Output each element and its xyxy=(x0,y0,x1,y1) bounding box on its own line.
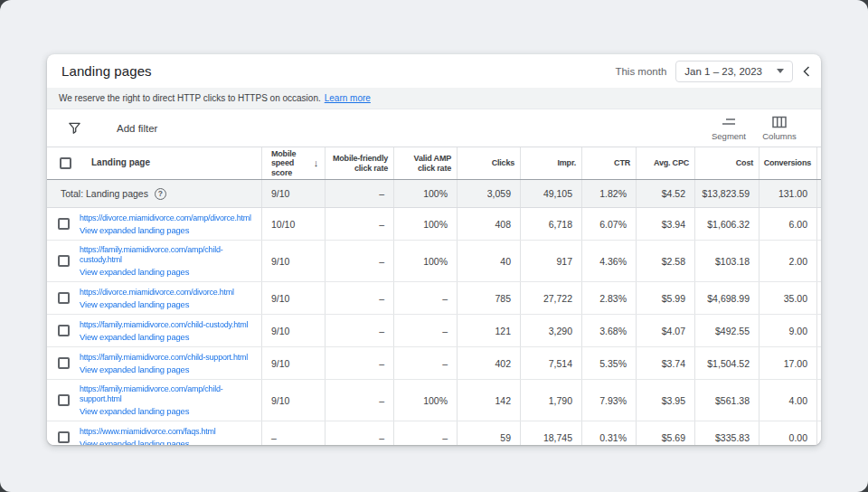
total-avg-cpc: $4.52 xyxy=(637,180,695,207)
cost-cell: $492.55 xyxy=(695,315,760,346)
ctr-cell: 7.93% xyxy=(582,380,637,421)
page-title: Landing pages xyxy=(61,63,152,79)
conversions-cell: 6.00 xyxy=(760,208,817,240)
landing-page-link[interactable]: https://family.miamidivorce.com/child-su… xyxy=(80,353,255,363)
table-row: https://family.miamidivorce.com/child-cu… xyxy=(47,315,821,347)
row-checkbox[interactable] xyxy=(58,431,70,443)
row-checkbox[interactable] xyxy=(58,218,70,230)
header-mobile-speed-score[interactable]: Mobile speed score ↓ xyxy=(262,147,326,179)
add-filter-button[interactable]: Add filter xyxy=(117,123,157,134)
segment-button[interactable]: Segment xyxy=(707,116,750,141)
avg-cpc-cell: $3.95 xyxy=(637,380,695,421)
row-checkbox[interactable] xyxy=(58,292,70,304)
landing-page-cell: https://divorce.miamidivorce.com/amp/div… xyxy=(47,208,262,240)
mobile-speed-score-cell: 9/10 xyxy=(262,282,326,314)
select-all-checkbox[interactable] xyxy=(60,157,71,169)
row-checkbox[interactable] xyxy=(58,394,70,406)
header-mobile-friendly-click-rate[interactable]: Mobile-friendly click rate xyxy=(326,147,394,179)
row-checkbox[interactable] xyxy=(58,357,70,369)
toolbar: Add filter Segment Columns xyxy=(47,109,821,147)
table-row: https://family.miamidivorce.com/amp/chil… xyxy=(47,241,821,282)
landing-page-link[interactable]: https://family.miamidivorce.com/child-cu… xyxy=(80,320,255,330)
table-row: https://family.miamidivorce.com/amp/chil… xyxy=(47,380,821,421)
view-expanded-link[interactable]: View expanded landing pages xyxy=(80,332,255,342)
view-expanded-link[interactable]: View expanded landing pages xyxy=(80,267,255,277)
mobile-speed-score-cell: 9/10 xyxy=(262,241,326,281)
total-ctr: 1.82% xyxy=(582,180,637,207)
valid-amp-click-rate-cell: – xyxy=(394,421,458,445)
landing-page-link[interactable]: https://divorce.miamidivorce.com/divorce… xyxy=(80,288,255,298)
ctr-cell: 0.31% xyxy=(582,421,637,445)
toolbar-right: Segment Columns ​ xyxy=(707,109,821,147)
mobile-speed-score-cell: – xyxy=(262,421,326,445)
avg-cpc-cell: $3.94 xyxy=(637,208,695,240)
total-mobile-speed-score: 9/10 xyxy=(262,180,326,207)
table-row: https://www.miamidivorce.com/faqs.html V… xyxy=(47,421,821,445)
valid-amp-click-rate-cell: 100% xyxy=(394,208,458,240)
mobile-speed-score-cell: 9/10 xyxy=(262,380,326,421)
columns-button[interactable]: Columns xyxy=(758,116,801,141)
landing-page-cell: https://divorce.miamidivorce.com/divorce… xyxy=(47,282,262,314)
landing-page-link[interactable]: https://www.miamidivorce.com/faqs.html xyxy=(80,427,255,437)
total-mobile-friendly-click-rate: – xyxy=(326,180,394,207)
view-expanded-link[interactable]: View expanded landing pages xyxy=(80,299,255,309)
conversions-cell: 0.00 xyxy=(760,421,817,445)
screen: Landing pages This month Jan 1 – 23, 202… xyxy=(0,0,868,492)
cost-cell: $335.83 xyxy=(695,421,760,445)
table-row: https://family.miamidivorce.com/child-su… xyxy=(47,347,821,380)
filter-icon[interactable] xyxy=(68,121,81,135)
landing-page-link[interactable]: https://family.miamidivorce.com/amp/chil… xyxy=(80,245,255,265)
header-conversions[interactable]: Conversions xyxy=(760,147,817,179)
date-range-value: Jan 1 – 23, 2023 xyxy=(684,66,762,77)
sort-descending-icon: ↓ xyxy=(314,158,318,168)
columns-icon xyxy=(772,116,787,128)
impressions-cell: 27,722 xyxy=(521,282,582,314)
learn-more-link[interactable]: Learn more xyxy=(325,93,371,103)
mobile-friendly-click-rate-cell: – xyxy=(326,282,394,314)
landing-page-cell: https://www.miamidivorce.com/faqs.html V… xyxy=(47,421,262,445)
avg-cpc-cell: $2.58 xyxy=(637,241,695,281)
mobile-friendly-click-rate-cell: – xyxy=(326,421,394,445)
conversions-cell: 17.00 xyxy=(760,347,817,379)
mobile-friendly-click-rate-cell: – xyxy=(326,347,394,379)
landing-page-link[interactable]: https://divorce.miamidivorce.com/amp/div… xyxy=(80,213,255,223)
conversions-cell: 9.00 xyxy=(760,315,817,346)
valid-amp-click-rate-cell: – xyxy=(394,315,458,346)
notice-text: We reserve the right to direct HTTP clic… xyxy=(59,93,321,103)
view-expanded-link[interactable]: View expanded landing pages xyxy=(80,406,255,416)
total-impressions: 49,105 xyxy=(521,180,582,207)
valid-amp-click-rate-cell: 100% xyxy=(394,241,458,281)
impressions-cell: 3,290 xyxy=(521,315,582,346)
header-avg-cpc[interactable]: Avg. CPC xyxy=(637,147,695,179)
valid-amp-click-rate-cell: 100% xyxy=(394,380,458,421)
header-clicks[interactable]: Clicks xyxy=(458,147,521,179)
conversions-cell: 4.00 xyxy=(760,380,817,421)
cost-cell: $561.38 xyxy=(695,380,760,421)
caret-down-icon xyxy=(777,69,784,73)
landing-page-link[interactable]: https://family.miamidivorce.com/amp/chil… xyxy=(80,384,255,404)
help-icon[interactable]: ? xyxy=(155,188,166,200)
header-landing-page: Landing page xyxy=(47,147,262,179)
avg-cpc-cell: $5.69 xyxy=(637,421,695,445)
view-expanded-link[interactable]: View expanded landing pages xyxy=(80,225,255,235)
mobile-friendly-click-rate-cell: – xyxy=(326,208,394,240)
row-checkbox[interactable] xyxy=(58,255,70,267)
header-ctr[interactable]: CTR xyxy=(582,147,637,179)
mobile-friendly-click-rate-cell: – xyxy=(326,315,394,346)
total-row: Total: Landing pages ? 9/10 – 100% 3,059… xyxy=(47,180,821,208)
header-impressions[interactable]: Impr. xyxy=(521,147,582,179)
date-range-selector[interactable]: Jan 1 – 23, 2023 xyxy=(675,61,793,82)
impressions-cell: 7,514 xyxy=(521,347,582,379)
notice-bar: We reserve the right to direct HTTP clic… xyxy=(47,88,821,109)
cost-cell: $1,504.52 xyxy=(695,347,760,379)
more-toolbar-button-clipped[interactable]: ​ xyxy=(808,116,821,141)
landing-page-cell: https://family.miamidivorce.com/amp/chil… xyxy=(47,380,262,421)
valid-amp-click-rate-cell: – xyxy=(394,282,458,314)
row-checkbox[interactable] xyxy=(58,325,70,336)
collapse-panel-button[interactable] xyxy=(801,64,812,79)
impressions-cell: 917 xyxy=(521,241,582,281)
header-cost[interactable]: Cost xyxy=(695,147,760,179)
view-expanded-link[interactable]: View expanded landing pages xyxy=(80,364,255,374)
header-valid-amp-click-rate[interactable]: Valid AMP click rate xyxy=(394,147,458,179)
view-expanded-link[interactable]: View expanded landing pages xyxy=(80,439,255,446)
